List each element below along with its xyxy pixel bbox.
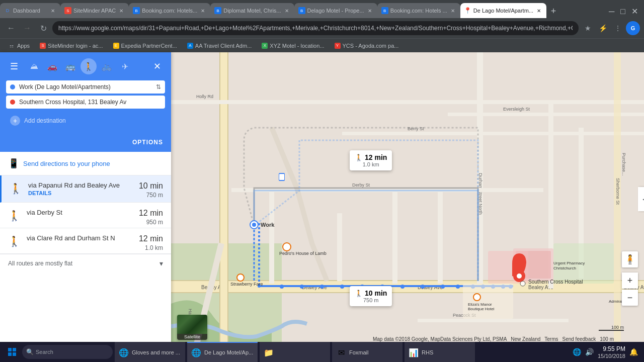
car-mode-button[interactable]: 🚗 xyxy=(44,58,60,74)
flight-mode-button[interactable]: ✈ xyxy=(117,58,133,74)
tab-close-booking1[interactable]: ✕ xyxy=(199,7,206,14)
svg-point-63 xyxy=(517,274,522,279)
svg-text:Purchase...: Purchase... xyxy=(621,153,626,176)
taskbar: 🔍 Search 🌐 Gloves and more ... 🌐 De Lago… xyxy=(0,342,644,362)
svg-point-60 xyxy=(252,223,256,227)
ycs-favicon: Y xyxy=(335,43,341,49)
bookmark-siteminder[interactable]: S SiteMinder login - ac... xyxy=(36,42,107,50)
menu-button[interactable]: ⋮ xyxy=(611,21,625,35)
flat-notice: All routes are mostly flat ▾ xyxy=(0,254,171,273)
taskbar-search[interactable]: 🔍 Search xyxy=(22,345,113,359)
route-item-1[interactable]: 🚶 via Papanui Rd and Bealey Ave DETAILS … xyxy=(0,175,171,203)
map-controls: 🧍 + − xyxy=(622,251,638,306)
explore-mode-button[interactable]: ⛰ xyxy=(26,58,42,74)
svg-point-39 xyxy=(280,285,284,289)
route-time-1: 10 min xyxy=(139,182,163,191)
close-directions-button[interactable]: ✕ xyxy=(149,58,165,74)
bookmark-expedia[interactable]: E Expedia PartnerCent... xyxy=(109,42,181,50)
map-area[interactable]: Bealey Ave Bealey Ave Bealey Ave Bealey … xyxy=(171,52,644,346)
collapse-sidebar-button[interactable]: ◂ xyxy=(638,187,644,211)
tab-delago[interactable]: B Delago Motel - Prope... ✕ xyxy=(294,3,377,18)
extensions-button[interactable]: ⚡ xyxy=(596,21,610,35)
bookmark-button[interactable]: ★ xyxy=(581,21,595,35)
maximize-button[interactable]: □ xyxy=(618,5,627,18)
time-bubble-10min: 🚶 10 min 750 m xyxy=(350,286,392,306)
origin-text[interactable]: Work (De Lago Motel/Apartments) xyxy=(19,83,152,90)
tab-maps-title: De Lago Motel/Apartm... xyxy=(473,8,533,14)
zoom-out-button[interactable]: − xyxy=(622,290,638,306)
forward-button[interactable]: → xyxy=(20,21,34,35)
tab-booking2[interactable]: B Booking.com: Hotels ... ✕ xyxy=(377,3,460,18)
taskbar-app-foxmail[interactable]: ✉ Foxmail xyxy=(332,342,403,362)
add-destination-icon: + xyxy=(10,116,20,126)
satellite-toggle-button[interactable]: Satellite xyxy=(177,315,207,340)
taskbar-app-foxmail-label: Foxmail xyxy=(349,349,369,355)
tab-booking1[interactable]: B Booking.com: Hotels... ✕ xyxy=(129,3,210,18)
destination-text[interactable]: Southern Cross Hospital, 131 Bealey Av xyxy=(19,99,161,106)
pegman-button[interactable]: 🧍 xyxy=(622,251,638,267)
walk-mode-button[interactable]: 🚶 xyxy=(80,58,97,74)
route-item-3[interactable]: 🚶 via Clare Rd and Durham St N 12 min 1.… xyxy=(0,228,171,254)
address-input[interactable] xyxy=(52,21,579,35)
feedback-link[interactable]: Send feedback xyxy=(562,336,596,342)
main-content: ☰ ⛰ 🚗 🚌 🚶 🚲 ✈ ✕ Work (De Lago Motel/Apar… xyxy=(0,52,644,346)
svg-rect-11 xyxy=(219,52,220,346)
add-destination-row[interactable]: + Add destination xyxy=(6,113,165,129)
routes-section: 📱 Send directions to your phone 🚶 via Pa… xyxy=(0,152,171,346)
network-icon[interactable]: 🌐 xyxy=(573,348,581,356)
tab-close-diplomat[interactable]: ✕ xyxy=(283,7,290,14)
transit-mode-button[interactable]: 🚌 xyxy=(62,58,78,74)
svg-rect-15 xyxy=(342,132,644,135)
tab-diplomat[interactable]: B Diplomat Motel, Chris... ✕ xyxy=(210,3,294,18)
volume-icon[interactable]: 🔊 xyxy=(585,348,594,356)
route-details-link-1[interactable]: DETAILS xyxy=(28,190,163,196)
tab-close-dashboard[interactable]: ✕ xyxy=(49,7,56,14)
explorer-icon: 📁 xyxy=(264,347,274,357)
bookmark-ycs[interactable]: Y YCS - Agoda.com pa... xyxy=(331,42,403,50)
svg-point-48 xyxy=(456,285,460,289)
sidebar: ☰ ⛰ 🚗 🚌 🚶 🚲 ✈ ✕ Work (De Lago Motel/Apar… xyxy=(0,52,171,346)
bookmark-xyz[interactable]: X XYZ Motel - location... xyxy=(258,42,328,50)
bike-mode-button[interactable]: 🚲 xyxy=(99,58,115,74)
reload-button[interactable]: ↻ xyxy=(36,21,50,35)
bookmark-aa[interactable]: A AA Travel Client Adm... xyxy=(183,42,256,50)
taskbar-app-explorer[interactable]: 📁 xyxy=(260,342,330,362)
tab-booking1-title: Booking.com: Hotels... xyxy=(142,8,197,14)
chevron-down-icon[interactable]: ▾ xyxy=(159,259,163,267)
tab-diplomat-title: Diplomat Motel, Chris... xyxy=(223,8,281,14)
close-window-button[interactable]: ✕ xyxy=(629,5,640,18)
walk-icon-bubble2: 🚶 xyxy=(355,290,363,297)
tab-close-maps[interactable]: ✕ xyxy=(535,7,542,14)
tab-siteminder[interactable]: S SiteMinder APAC ✕ xyxy=(60,3,129,18)
tab-dashboard[interactable]: D Dashboard ✕ xyxy=(0,3,60,18)
zoom-in-button[interactable]: + xyxy=(622,273,638,289)
back-button[interactable]: ← xyxy=(4,21,18,35)
scale-label: 100 m xyxy=(611,325,624,330)
time-bubble-12min: 🚶 12 min 1.0 km xyxy=(350,150,392,170)
hamburger-menu-button[interactable]: ☰ xyxy=(6,58,22,74)
svg-text:Holly Rd: Holly Rd xyxy=(196,94,213,99)
terms-link[interactable]: Terms xyxy=(544,336,558,342)
taskbar-app-rhs[interactable]: 📊 RHS xyxy=(405,342,475,362)
taskbar-app-gloves[interactable]: 🌐 Gloves and more ... xyxy=(115,342,185,362)
options-button[interactable]: OPTIONS xyxy=(128,137,167,148)
taskbar-time[interactable]: 9:55 PM 15/10/2018 xyxy=(598,345,625,359)
minimize-button[interactable]: ─ xyxy=(607,5,616,18)
svg-point-41 xyxy=(320,285,324,289)
profile-button[interactable]: G xyxy=(626,21,640,35)
tab-maps[interactable]: 📍 De Lago Motel/Apartm... ✕ xyxy=(460,3,546,18)
send-directions-label: Send directions to your phone xyxy=(23,160,110,167)
notification-icon[interactable]: 🔔 xyxy=(629,348,638,356)
tab-close-delago[interactable]: ✕ xyxy=(366,7,373,14)
svg-rect-23 xyxy=(269,188,274,284)
tab-close-siteminder[interactable]: ✕ xyxy=(118,7,125,14)
new-tab-button[interactable]: + xyxy=(546,4,560,18)
start-button[interactable] xyxy=(2,342,22,362)
taskbar-app-delago[interactable]: 🌐 De Lago Motel/Ap... xyxy=(187,342,258,362)
route-item-2[interactable]: 🚶 via Derby St 12 min 950 m xyxy=(0,203,171,228)
swap-locations-button[interactable]: ⇅ xyxy=(156,83,161,90)
tab-close-booking2[interactable]: ✕ xyxy=(449,7,456,14)
svg-rect-4 xyxy=(171,292,644,293)
bookmark-apps[interactable]: ⚏ Apps xyxy=(4,41,34,50)
send-directions-button[interactable]: 📱 Send directions to your phone xyxy=(0,152,171,175)
